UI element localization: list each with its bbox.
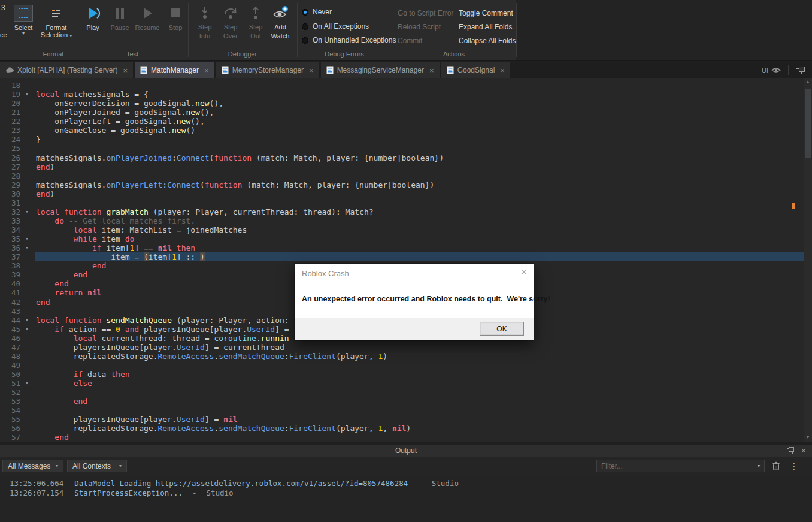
code-line[interactable]: 47 playersInQueue[player.UserId] = curre… — [0, 343, 804, 352]
line-number[interactable]: 31 — [0, 198, 20, 207]
line-number[interactable]: 47 — [0, 343, 20, 352]
close-panel-icon[interactable]: × — [801, 446, 806, 455]
play-button[interactable]: Play — [81, 2, 104, 31]
code-line[interactable]: 22 onPlayerLeft = goodSignal.new(), — [0, 117, 804, 126]
code-line[interactable]: 23 onGameClose = goodSignal.new() — [0, 126, 804, 135]
go-to-script-error-button[interactable]: Go to Script Error — [398, 9, 453, 17]
code-line[interactable]: 57 end — [0, 433, 804, 442]
line-number[interactable]: 30 — [0, 189, 20, 198]
code-line[interactable]: 37 item = (item[1] :: ) — [0, 252, 804, 261]
line-number[interactable]: 48 — [0, 352, 20, 361]
step-out-button[interactable]: Step Out — [246, 2, 266, 40]
float-panel-icon[interactable] — [787, 447, 794, 454]
line-number[interactable]: 45 — [0, 325, 20, 334]
line-number[interactable]: 41 — [0, 288, 20, 297]
code-line[interactable]: 25 — [0, 144, 804, 153]
line-number[interactable]: 44 — [0, 316, 20, 325]
line-number[interactable]: 21 — [0, 108, 20, 117]
more-options-icon[interactable]: ⋮ — [788, 460, 800, 472]
debug-errors-option-never[interactable]: Never — [302, 7, 332, 17]
add-watch-button[interactable]: Add Watch — [268, 2, 292, 40]
contexts-filter-dropdown[interactable]: All Contexts ▾ — [67, 460, 127, 472]
reload-script-button[interactable]: Reload Script — [398, 23, 441, 31]
code-line[interactable]: 33 do -- Get local matches first. — [0, 216, 804, 225]
line-number[interactable]: 50 — [0, 370, 20, 379]
line-number[interactable]: 22 — [0, 117, 20, 126]
step-into-button[interactable]: Step Into — [194, 2, 216, 40]
code-line[interactable]: 29matchesSignals.onPlayerLeft:Connect(fu… — [0, 180, 804, 189]
scroll-down-arrow-icon[interactable]: ▼ — [804, 433, 812, 442]
line-number[interactable]: 19 — [0, 90, 20, 99]
line-number[interactable]: 38 — [0, 261, 20, 270]
line-number[interactable]: 35 — [0, 234, 20, 243]
line-number[interactable]: 36 — [0, 243, 20, 252]
fold-chevron-icon[interactable]: ▾ — [20, 243, 34, 252]
code-line[interactable]: 56 replicatedStorage.RemoteAccess.sendMa… — [0, 424, 804, 433]
code-line[interactable]: 35▾ while item do — [0, 234, 804, 243]
pause-button[interactable]: Pause — [108, 2, 132, 31]
ui-visibility-toggle[interactable]: UI — [762, 67, 781, 74]
select-tool-button[interactable]: Select ▾ — [10, 2, 37, 36]
line-number[interactable]: 26 — [0, 153, 20, 162]
chevron-down-icon[interactable]: ▾ — [758, 464, 760, 469]
code-line[interactable]: 30end) — [0, 189, 804, 198]
line-number[interactable]: 33 — [0, 216, 20, 225]
toggle-comment-button[interactable]: Toggle Comment — [459, 9, 513, 17]
line-number[interactable]: 39 — [0, 270, 20, 279]
fold-chevron-icon[interactable]: ▾ — [20, 234, 34, 243]
line-number[interactable]: 32 — [0, 207, 20, 216]
fold-chevron-icon[interactable]: ▾ — [20, 379, 34, 388]
line-number[interactable]: 40 — [0, 279, 20, 288]
clear-output-button[interactable] — [770, 460, 782, 472]
code-line[interactable]: 28 — [0, 171, 804, 180]
code-line[interactable]: 24} — [0, 135, 804, 144]
code-line[interactable]: 19▾local matchesSignals = { — [0, 90, 804, 99]
debug-errors-option-unhandled-exceptions[interactable]: On Unhandled Exceptions — [302, 35, 396, 45]
tab-memorystoremanager[interactable]: MemoryStoreManager × — [216, 62, 319, 78]
code-line[interactable]: 52 — [0, 388, 804, 397]
line-number[interactable]: 23 — [0, 126, 20, 135]
fold-chevron-icon[interactable]: ▾ — [20, 316, 34, 325]
line-number[interactable]: 24 — [0, 135, 20, 144]
ok-button[interactable]: OK — [480, 322, 524, 336]
code-line[interactable]: 51▾ else — [0, 379, 804, 388]
format-selection-button[interactable]: Format Selection ▾ — [37, 2, 75, 38]
line-number[interactable]: 42 — [0, 298, 20, 307]
code-line[interactable]: 34 local item: MatchList = joinedMatches — [0, 225, 804, 234]
code-line[interactable]: 18 — [0, 81, 804, 90]
code-line[interactable]: 20 onServerDecision = goodSignal.new(), — [0, 99, 804, 108]
fold-chevron-icon[interactable]: ▾ — [20, 207, 34, 216]
line-number[interactable]: 20 — [0, 99, 20, 108]
code-line[interactable]: 26matchesSignals.onPlayerJoined:Connect(… — [0, 153, 804, 162]
line-number[interactable]: 25 — [0, 144, 20, 153]
debug-errors-option-all-exceptions[interactable]: On All Exceptions — [302, 22, 369, 31]
tab-goodsignal[interactable]: GoodSignal × — [441, 62, 510, 78]
close-tab-icon[interactable]: × — [309, 67, 314, 74]
line-number[interactable]: 37 — [0, 252, 20, 261]
dialog-close-icon[interactable]: × — [520, 266, 527, 279]
expand-all-folds-button[interactable]: Expand All Folds — [459, 23, 512, 31]
line-number[interactable]: 34 — [0, 225, 20, 234]
scrollbar-thumb[interactable] — [805, 89, 811, 158]
code-line[interactable]: 50 if data then — [0, 370, 804, 379]
code-line[interactable]: 54 — [0, 406, 804, 415]
close-tab-icon[interactable]: × — [123, 67, 128, 74]
line-number[interactable]: 57 — [0, 433, 20, 442]
line-number[interactable]: 49 — [0, 361, 20, 370]
collapse-all-folds-button[interactable]: Collapse All Folds — [459, 37, 516, 45]
output-panel-header[interactable]: Output × — [0, 445, 812, 457]
resume-button[interactable]: Resume — [133, 2, 162, 31]
code-line[interactable]: 36▾ if item[1] == nil then — [0, 243, 804, 252]
code-line[interactable]: 53 end — [0, 397, 804, 406]
step-over-button[interactable]: Step Over — [219, 2, 242, 40]
line-number[interactable]: 29 — [0, 180, 20, 189]
code-line[interactable]: 32▾local function grabMatch (player: Pla… — [0, 207, 804, 216]
line-number[interactable]: 18 — [0, 81, 20, 90]
fold-chevron-icon[interactable]: ▾ — [20, 90, 34, 99]
commit-button[interactable]: Commit — [398, 37, 422, 45]
line-number[interactable]: 43 — [0, 307, 20, 316]
line-number[interactable]: 54 — [0, 406, 20, 415]
line-number[interactable]: 28 — [0, 171, 20, 180]
tab-xploit-testing-server[interactable]: Xploit [ALPHA] (Testing Server) × — [0, 62, 133, 78]
filter-input[interactable] — [601, 462, 754, 470]
